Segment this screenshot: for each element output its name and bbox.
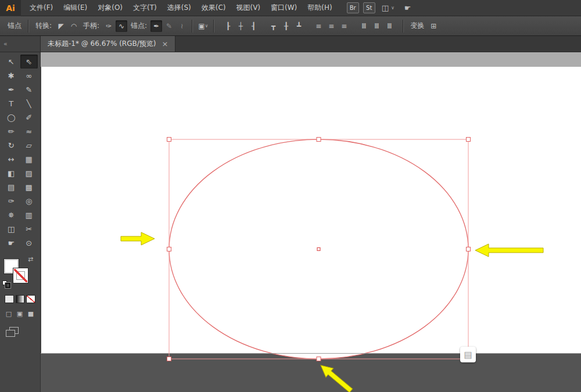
fill-stroke-control: ⇄ [2, 256, 38, 289]
annotation-arrow-bottom [317, 361, 355, 392]
document-tab[interactable]: 未标题-1* @ 66.67% (RGB/预览) × [41, 36, 175, 52]
distribute-middle-icon[interactable]: ≡ [325, 20, 337, 32]
transform-panel-link[interactable]: 变换 [407, 21, 427, 31]
hide-handles-icon[interactable]: ∿ [116, 20, 127, 32]
align-right-icon[interactable]: ┨ [248, 20, 259, 32]
bridge-button[interactable]: Br [347, 2, 359, 13]
constrain-proportions-icon[interactable]: ⊞ [428, 20, 439, 32]
selection-handle-bottom-center[interactable] [317, 357, 321, 361]
separator [213, 20, 214, 33]
rotate-tool[interactable]: ↻ [2, 138, 20, 152]
fullscreen-mode-icon[interactable]: ■ [27, 310, 35, 318]
convert-to-corner-icon[interactable]: ◤ [55, 20, 67, 32]
menu-window[interactable]: 窗口(W) [266, 0, 302, 16]
magic-wand-tool[interactable]: ✱ [2, 69, 20, 82]
gradient-tool[interactable]: ▩ [20, 180, 38, 194]
distribute-right-icon[interactable]: Ⅲ [383, 20, 395, 32]
mesh-tool[interactable]: ▤ [2, 180, 20, 194]
app-logo: Ai [0, 0, 21, 16]
document-tab-bar: « 未标题-1* @ 66.67% (RGB/预览) × [0, 36, 581, 52]
menu-edit[interactable]: 编辑(E) [58, 0, 92, 16]
pen-tool[interactable]: ✒ [2, 82, 20, 96]
distribute-vertical-group: ≡ ≡ ≡ [312, 20, 350, 32]
distribute-center-icon[interactable]: Ⅲ [371, 20, 382, 32]
slice-tool[interactable]: ✂ [20, 222, 38, 236]
tab-close-icon[interactable]: × [162, 39, 168, 48]
selection-handle-bottom-left[interactable] [167, 357, 171, 361]
selection-handle-top-left[interactable] [167, 138, 171, 142]
remove-anchor-icon[interactable]: ✒ [150, 20, 162, 32]
toolbar-collapse-header[interactable]: « [0, 36, 41, 52]
gradient-button[interactable] [16, 295, 25, 303]
tools-grid: ↖ ⇖ ✱ ∞ ✒ ✎ T ╲ ◯ ✐ ✏ ≈ ↻ ▱ ↔ ▦ ◧ ▨ ▤ ▩ … [0, 52, 40, 250]
free-transform-tool[interactable]: ▦ [20, 152, 38, 166]
show-handles-icon[interactable]: ✑ [103, 20, 114, 32]
document-windows-icon[interactable] [6, 327, 20, 337]
shape-builder-tool[interactable]: ◧ [2, 166, 20, 180]
color-button[interactable] [5, 295, 14, 303]
menu-object[interactable]: 对象(O) [92, 0, 128, 16]
artboard-options-button[interactable]: ▣ ∨ [197, 20, 209, 32]
hand-tool[interactable]: ☛ [2, 236, 20, 250]
selection-handle-middle-right[interactable] [467, 247, 471, 251]
pencil-tool[interactable]: ✏ [2, 124, 20, 138]
selection-handle-top-right[interactable] [467, 138, 471, 142]
scale-tool[interactable]: ▱ [20, 138, 38, 152]
normal-screen-mode-icon[interactable]: □ [5, 310, 13, 318]
curvature-tool[interactable]: ✎ [20, 82, 38, 96]
menu-effect[interactable]: 效果(C) [196, 0, 231, 16]
none-button[interactable] [26, 295, 35, 303]
distribute-left-icon[interactable]: Ⅲ [358, 20, 370, 32]
paintbrush-tool[interactable]: ✐ [20, 110, 38, 124]
eyedropper-tool[interactable]: ✑ [2, 194, 20, 208]
blend-tool[interactable]: ◎ [20, 194, 38, 208]
convert-to-smooth-icon[interactable]: ◠ [68, 20, 80, 32]
align-bottom-icon[interactable]: ┻ [293, 20, 304, 32]
distribute-top-icon[interactable]: ≡ [313, 20, 324, 32]
direct-selection-tool[interactable]: ⇖ [20, 55, 38, 69]
cut-path-icon[interactable]: ≀ [176, 20, 188, 32]
fullscreen-with-menu-icon[interactable]: ▣ [16, 310, 24, 318]
selection-handle-top-center[interactable] [317, 138, 321, 142]
align-left-icon[interactable]: ┠ [222, 20, 234, 32]
menu-select[interactable]: 选择(S) [162, 0, 196, 16]
separator [192, 20, 193, 33]
column-graph-tool[interactable]: ▥ [20, 208, 38, 222]
lasso-tool[interactable]: ∞ [20, 69, 38, 82]
canvas-area[interactable]: ▤ [41, 52, 581, 392]
hand-gesture-icon[interactable]: ☛ [404, 3, 411, 12]
stroke-swatch[interactable] [13, 268, 28, 283]
width-tool[interactable]: ↔ [2, 152, 20, 166]
stock-button[interactable]: St [363, 2, 375, 13]
selection-tool[interactable]: ↖ [2, 55, 20, 69]
align-vertical-group: ┳ ╂ ┻ [267, 20, 305, 32]
type-tool[interactable]: T [2, 96, 20, 110]
ellipse-tool[interactable]: ◯ [2, 110, 20, 124]
align-center-icon[interactable]: ┼ [235, 20, 246, 32]
paint-style-row [5, 295, 35, 303]
add-anchor-icon[interactable]: ✎ [163, 20, 175, 32]
menu-view[interactable]: 视图(V) [231, 0, 266, 16]
workspace-switcher[interactable]: ◫ ∨ [379, 3, 397, 12]
ellipse-shape[interactable] [169, 139, 468, 359]
swap-fill-stroke-icon[interactable]: ⇄ [28, 256, 33, 263]
align-top-icon[interactable]: ┳ [267, 20, 279, 32]
blob-brush-tool[interactable]: ≈ [20, 124, 38, 138]
menu-help[interactable]: 帮助(H) [302, 0, 337, 16]
menu-type[interactable]: 文字(T) [128, 0, 162, 16]
line-segment-tool[interactable]: ╲ [20, 96, 38, 110]
default-swatches-icon[interactable] [2, 280, 12, 288]
artboard-tool[interactable]: ◫ [2, 222, 20, 236]
convert-label: 转换: [33, 21, 55, 31]
distribute-bottom-icon[interactable]: ≡ [338, 20, 350, 32]
selection-handle-middle-left[interactable] [167, 247, 171, 251]
align-middle-icon[interactable]: ╂ [280, 20, 292, 32]
handles-label: 手柄: [80, 21, 102, 31]
chevron-down-icon: ∨ [205, 24, 208, 28]
menu-file[interactable]: 文件(F) [24, 0, 58, 16]
artboard-page-icon[interactable]: ▤ [460, 347, 476, 362]
zoom-tool[interactable]: ⊙ [20, 236, 38, 250]
separator [403, 20, 404, 33]
perspective-grid-tool[interactable]: ▨ [20, 166, 38, 180]
symbol-sprayer-tool[interactable]: ✵ [2, 208, 20, 222]
